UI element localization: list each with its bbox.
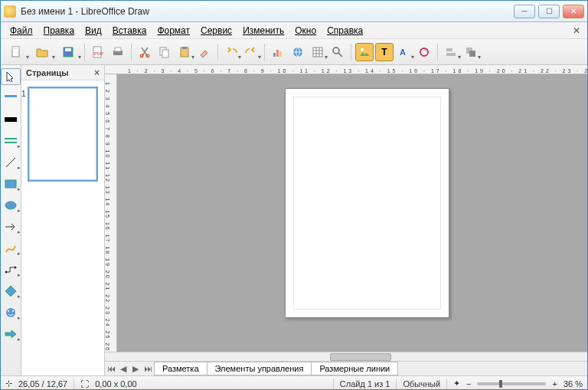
print-button[interactable] [109, 43, 127, 61]
maximize-button[interactable]: ☐ [538, 5, 560, 18]
svg-point-33 [5, 271, 8, 274]
menu-insert[interactable]: Вставка [108, 24, 152, 38]
textbox-button[interactable]: T [375, 43, 394, 61]
pages-panel-close[interactable]: × [94, 67, 100, 78]
vertical-ruler: 1 2 3 4 5 6 7 8 9 10 11 12 13 14 15 16 1… [105, 74, 117, 352]
svg-point-19 [333, 48, 339, 54]
menu-edit[interactable]: Правка [39, 24, 80, 38]
svg-rect-3 [65, 48, 71, 51]
canvas-viewport[interactable] [117, 74, 588, 352]
arrange-button[interactable] [462, 43, 480, 61]
horizontal-scrollbar[interactable] [105, 352, 588, 361]
paste-button[interactable] [175, 43, 194, 61]
line-tool[interactable] [1, 154, 21, 171]
menu-modify[interactable]: Изменить [238, 24, 289, 38]
svg-point-32 [5, 202, 16, 209]
open-button[interactable] [30, 43, 54, 61]
svg-rect-14 [273, 53, 276, 57]
pages-panel: Страницы × 1 [21, 65, 105, 375]
zoom-fit-button[interactable]: ✦ [453, 379, 460, 388]
tab-nav-next[interactable]: ▶ [129, 364, 142, 374]
block-arrows-tool[interactable] [1, 326, 21, 342]
svg-rect-18 [313, 48, 322, 57]
fontwork-button[interactable]: A [395, 43, 413, 61]
menu-help[interactable]: Справка [322, 24, 368, 38]
redo-button[interactable] [242, 43, 260, 61]
symbol-shapes-tool[interactable] [1, 304, 21, 321]
svg-text:PDF: PDF [94, 51, 103, 56]
position-icon: ⊹ [5, 379, 12, 388]
line-style-tool[interactable] [1, 133, 21, 149]
export-pdf-button[interactable]: PDF [89, 43, 107, 61]
tab-controls[interactable]: Элементы управления [207, 362, 312, 375]
svg-rect-15 [276, 50, 279, 57]
tab-dimension-lines[interactable]: Размерные линии [311, 362, 398, 375]
svg-rect-1 [12, 47, 19, 49]
cut-button[interactable] [136, 43, 154, 61]
svg-rect-26 [469, 51, 475, 57]
window-title: Без имени 1 - LibreOffice Draw [21, 6, 514, 17]
align-button[interactable] [442, 43, 460, 61]
connector-tool[interactable] [1, 261, 21, 278]
copy-button[interactable] [155, 43, 174, 61]
hyperlink-button[interactable] [289, 43, 307, 61]
page-number-label: 1 [21, 90, 26, 98]
page-thumbnail-1[interactable]: 1 [28, 87, 98, 182]
select-tool[interactable] [1, 68, 21, 85]
arrow-tool[interactable] [1, 218, 21, 235]
tab-nav-prev[interactable]: ◀ [117, 364, 129, 374]
tab-nav-last[interactable]: ⏭ [142, 364, 154, 373]
line-color-tool[interactable] [1, 90, 21, 107]
table-button[interactable] [309, 43, 327, 61]
tab-nav-first[interactable]: ⏮ [105, 364, 117, 373]
ellipse-tool[interactable] [1, 197, 21, 214]
curve-tool[interactable] [1, 240, 21, 257]
svg-rect-23 [446, 48, 452, 51]
svg-rect-24 [446, 53, 456, 56]
zoom-button[interactable] [328, 43, 347, 61]
svg-rect-13 [182, 47, 187, 49]
minimize-button[interactable]: ─ [514, 5, 535, 18]
app-icon [4, 5, 16, 18]
svg-rect-28 [5, 117, 17, 122]
basic-shapes-tool[interactable] [1, 283, 21, 300]
fill-color-tool[interactable] [1, 111, 21, 128]
svg-rect-29 [5, 138, 17, 139]
status-view-mode[interactable]: Обычный [403, 379, 440, 388]
status-cursor-position: 26,05 / 12,67 [18, 379, 67, 388]
status-slide-count: Слайд 1 из 1 [340, 379, 390, 388]
image-button[interactable] [355, 43, 374, 61]
menu-file[interactable]: Файл [5, 24, 38, 38]
svg-rect-30 [5, 142, 17, 143]
zoom-percent[interactable]: 36 % [564, 379, 583, 388]
chart-button[interactable] [269, 43, 287, 61]
save-button[interactable] [56, 43, 80, 61]
zoom-slider[interactable] [477, 382, 546, 385]
undo-button[interactable] [222, 43, 240, 61]
size-icon: ⛶ [80, 379, 89, 388]
menu-service[interactable]: Сервис [196, 24, 237, 38]
drawing-page[interactable] [285, 88, 449, 318]
tab-layout[interactable]: Разметка [154, 362, 207, 375]
menu-bar: Файл Правка Вид Вставка Формат Сервис Из… [1, 22, 587, 39]
menu-view[interactable]: Вид [80, 24, 106, 38]
format-paintbrush-button[interactable] [195, 43, 214, 61]
layer-tabs: ⏮ ◀ ▶ ⏭ Разметка Элементы управления Раз… [105, 361, 588, 375]
menu-format[interactable]: Формат [152, 24, 194, 38]
svg-point-37 [12, 310, 14, 312]
pages-panel-header: Страницы × [21, 65, 104, 80]
effects-button[interactable] [415, 43, 433, 61]
workspace: Страницы × 1 1 · 2 · 3 · 4 · 5 · 6 · 7 ·… [1, 65, 587, 375]
svg-point-20 [361, 48, 364, 51]
close-button[interactable]: ✕ [563, 5, 584, 18]
pages-panel-title: Страницы [26, 68, 69, 77]
zoom-in-button[interactable]: + [552, 379, 557, 388]
menu-window[interactable]: Окно [290, 24, 321, 38]
status-object-size: 0,00 x 0,00 [95, 379, 136, 388]
new-button[interactable] [4, 43, 28, 61]
rectangle-tool[interactable] [1, 175, 21, 192]
close-document-button[interactable]: ✕ [570, 25, 583, 37]
canvas-area: 1 · 2 · 3 · 4 · 5 · 6 · 7 · 8 · 9 · 10 ·… [105, 65, 588, 375]
svg-point-35 [6, 308, 15, 317]
zoom-out-button[interactable]: − [466, 379, 471, 388]
